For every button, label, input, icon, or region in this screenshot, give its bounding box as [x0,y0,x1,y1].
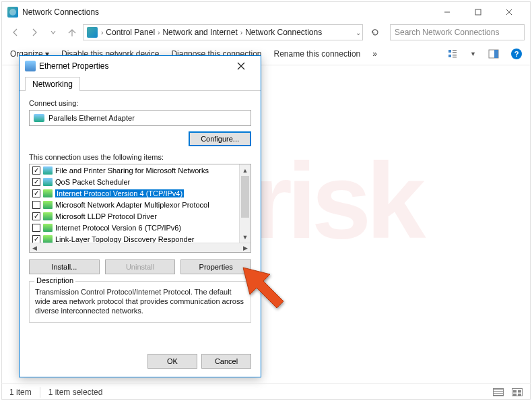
checkbox[interactable]: ✓ [32,235,40,243]
dialog-tabs: Networking [20,76,261,91]
scrollbar-vertical[interactable]: ▲ ▼ [239,164,251,243]
network-connections-icon [7,7,18,18]
chevron-right-icon: › [101,29,103,36]
svg-rect-17 [513,394,517,396]
svg-rect-10 [453,57,457,58]
adapter-field: Parallels Ethernet Adapter [29,110,251,126]
view-dropdown-icon[interactable]: ▼ [470,51,476,57]
item-label: Link-Layer Topology Discovery Responder [55,235,194,243]
item-label: Internet Protocol Version 6 (TCP/IPv6) [55,224,181,232]
breadcrumb-item[interactable]: Network and Internet [161,28,238,37]
dialog-title: Ethernet Properties [39,61,227,71]
view-options-icon[interactable] [447,49,458,59]
dialog-titlebar: Ethernet Properties [20,56,261,76]
svg-rect-7 [453,52,457,53]
checkbox[interactable] [32,224,40,232]
scrollbar-horizontal[interactable]: ◀ ▶ [30,243,251,252]
protocol-icon [43,166,53,175]
status-item-count: 1 item [9,388,32,397]
toolbar-overflow[interactable]: » [372,49,377,59]
list-item[interactable]: ✓Microsoft LLDP Protocol Driver [30,210,251,222]
scroll-thumb[interactable] [241,176,249,218]
protocol-icon [43,224,53,232]
install-button[interactable]: Install... [29,259,100,274]
list-item[interactable]: ✓Internet Protocol Version 4 (TCP/IPv4) [30,187,251,199]
svg-rect-16 [518,390,521,393]
svg-rect-15 [513,390,517,393]
preview-pane-icon[interactable] [488,49,499,59]
scroll-up-icon[interactable]: ▲ [240,164,251,176]
list-item[interactable]: Microsoft Network Adapter Multiplexor Pr… [30,199,251,210]
chevron-down-icon[interactable]: ⌄ [356,29,361,36]
scroll-right-icon[interactable]: ▶ [243,245,248,251]
help-icon[interactable]: ? [511,49,522,59]
up-button[interactable] [64,24,80,40]
protocol-icon [43,189,53,197]
checkbox[interactable]: ✓ [32,166,40,175]
close-icon[interactable] [227,57,255,75]
breadcrumb-item[interactable]: Control Panel [104,28,156,37]
items-label: This connection uses the following items… [29,153,251,161]
svg-rect-12 [494,50,498,58]
item-label: Microsoft LLDP Protocol Driver [55,212,157,220]
network-adapter-icon [25,61,36,71]
ok-button[interactable]: OK [147,354,197,369]
details-view-icon[interactable] [493,388,504,396]
properties-button[interactable]: Properties [180,259,251,274]
scroll-left-icon[interactable]: ◀ [32,245,37,251]
list-item[interactable]: Internet Protocol Version 6 (TCP/IPv6) [30,222,251,233]
tab-networking[interactable]: Networking [25,77,80,91]
checkbox[interactable]: ✓ [32,178,40,186]
svg-rect-18 [518,394,521,396]
list-item[interactable]: ✓Link-Layer Topology Discovery Responder [30,233,251,243]
rename-button[interactable]: Rename this connection [274,49,361,59]
svg-rect-8 [448,55,451,57]
chevron-right-icon: › [158,29,160,36]
window-title: Network Connections [22,7,432,17]
svg-rect-5 [448,50,451,53]
protocol-icon [43,235,53,243]
scroll-down-icon[interactable]: ▼ [240,231,251,243]
item-label: Microsoft Network Adapter Multiplexor Pr… [55,201,209,209]
forward-button[interactable] [26,24,42,40]
cancel-button[interactable]: Cancel [201,354,251,369]
large-icons-view-icon[interactable] [512,388,523,396]
maximize-button[interactable] [463,3,494,22]
back-button[interactable] [7,24,24,40]
networking-pane: Connect using: Parallels Ethernet Adapte… [20,91,261,330]
svg-rect-1 [475,9,481,15]
description-label: Description [34,276,75,284]
refresh-button[interactable] [367,24,383,40]
chevron-right-icon: › [240,29,242,36]
search-input[interactable]: Search Network Connections [390,24,525,40]
description-text: Transmission Control Protocol/Internet P… [35,287,245,315]
item-label: File and Printer Sharing for Microsoft N… [55,166,209,175]
minimize-button[interactable] [432,3,463,22]
configure-button[interactable]: Configure... [189,131,251,146]
svg-rect-6 [453,50,457,51]
status-bar: 1 item 1 item selected [1,383,531,400]
history-dropdown[interactable] [45,24,61,40]
items-list: ✓File and Printer Sharing for Microsoft … [29,164,251,253]
window-titlebar: Network Connections [2,2,530,22]
protocol-icon [43,212,53,220]
description-group: Description Transmission Control Protoco… [29,281,251,323]
protocol-icon [43,201,53,209]
protocol-icon [43,178,53,186]
breadcrumb-item[interactable]: Network Connections [244,28,323,37]
checkbox[interactable] [32,201,40,209]
svg-rect-9 [453,55,457,56]
uninstall-button[interactable]: Uninstall [105,259,176,274]
list-item[interactable]: ✓File and Printer Sharing for Microsoft … [30,164,251,176]
adapter-name: Parallels Ethernet Adapter [48,114,135,122]
item-label: QoS Packet Scheduler [55,178,130,186]
breadcrumb[interactable]: › Control Panel › Network and Internet ›… [83,24,363,40]
status-selected-count: 1 item selected [48,388,103,397]
list-item[interactable]: ✓QoS Packet Scheduler [30,176,251,187]
connect-using-label: Connect using: [29,99,251,107]
checkbox[interactable]: ✓ [32,189,40,197]
ethernet-properties-dialog: Ethernet Properties Networking Connect u… [19,55,261,377]
control-panel-icon [87,27,98,38]
checkbox[interactable]: ✓ [32,212,40,220]
close-button[interactable] [494,3,525,22]
